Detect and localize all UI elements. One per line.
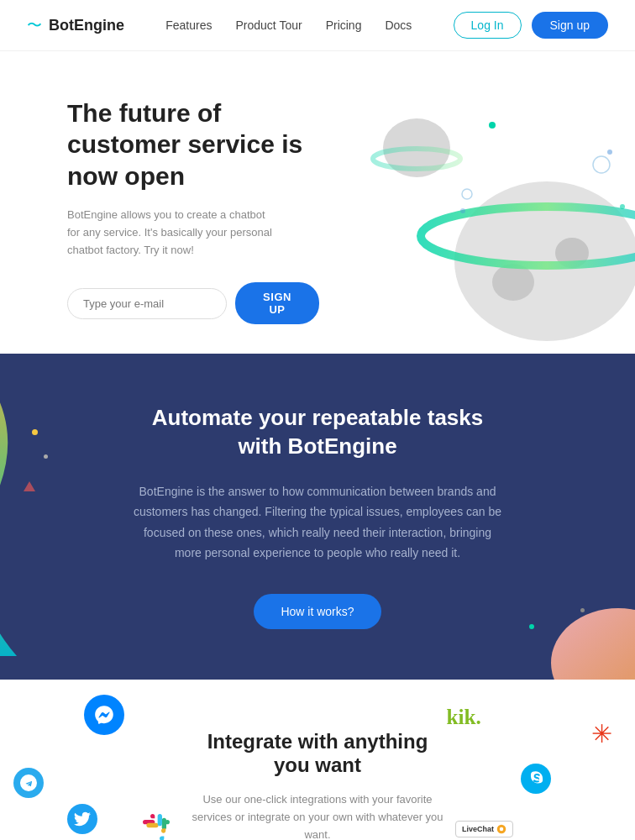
planet-svg [333,68,635,354]
how-it-works-button[interactable]: How it works? [254,594,380,629]
hero-description: BotEngine allows you to create a chatbot… [67,207,277,259]
logo-text: BotEngine [49,17,124,34]
nav-links: Features Product Tour Pricing Docs [165,18,412,32]
hero-email-input[interactable] [67,288,227,319]
integrate-heading: Integrate with anything you want [207,730,428,777]
navbar: 〜 BotEngine Features Product Tour Pricin… [0,0,635,51]
blob-left-decoration [0,354,59,680]
signup-button[interactable]: Sign up [532,12,608,39]
svg-point-6 [489,122,496,129]
messenger-icon [84,695,124,735]
svg-text:kik.: kik. [447,706,481,728]
dot-gray-bottom [580,608,585,612]
nav-features[interactable]: Features [165,18,212,32]
svg-marker-14 [24,481,35,491]
dark-section-description: BotEngine is the answer to how communica… [133,481,502,564]
hero-title: The future of customer service is now op… [67,97,319,192]
hero-illustration [333,68,635,354]
svg-text:✳: ✳ [591,720,612,747]
blob-right-decoration [543,587,635,680]
triangle-decoration [24,480,35,495]
dark-section-heading: Automate your repeatable taskswith BotEn… [152,404,483,461]
integrate-section: kik. ✳ LiveChat Integrate with anything [0,680,635,840]
svg-point-17 [497,824,506,833]
hero-content: The future of customer service is now op… [67,97,319,325]
dark-section: Automate your repeatable taskswith BotEn… [0,354,635,680]
nav-actions: Log In Sign up [454,12,608,39]
hero-section: The future of customer service is now op… [0,51,635,354]
skype-icon [521,764,551,794]
dot-teal-bottom [529,624,534,629]
integrate-description: Use our one-click integrations with your… [192,790,443,840]
twitter-icon [67,804,97,834]
logo-wave-icon: 〜 [27,15,42,35]
hero-form: SIGN UP [67,282,319,324]
svg-point-9 [620,204,625,209]
svg-point-8 [460,208,465,213]
dot-yellow [32,429,38,435]
hero-title-plain: The future of [67,99,221,127]
svg-point-12 [462,189,472,199]
dot-gray [44,454,48,459]
livechat-icon: LiveChat [455,821,513,837]
svg-point-7 [607,150,612,155]
snowflake-icon: ✳ [591,720,618,750]
nav-docs[interactable]: Docs [385,18,412,32]
svg-point-13 [551,608,635,680]
slack-icon [141,812,171,840]
hero-title-highlight: customer service [67,130,275,158]
login-button[interactable]: Log In [454,12,522,39]
hero-signup-button[interactable]: SIGN UP [235,282,319,324]
nav-pricing[interactable]: Pricing [326,18,362,32]
telegram-icon [13,768,44,798]
nav-product-tour[interactable]: Product Tour [236,18,302,32]
svg-point-18 [500,827,504,831]
logo[interactable]: 〜 BotEngine [27,15,124,35]
kik-icon: kik. [443,705,502,733]
svg-point-11 [593,156,610,173]
